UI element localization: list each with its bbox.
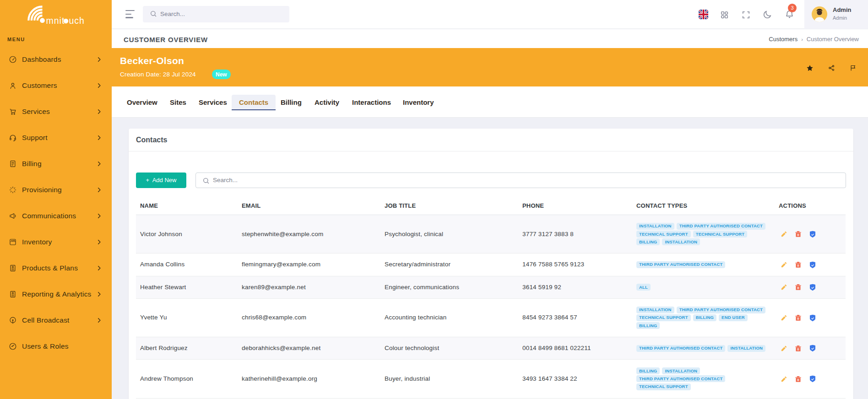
svg-text:mnit: mnit <box>46 16 65 26</box>
svg-text:uch: uch <box>69 16 85 26</box>
